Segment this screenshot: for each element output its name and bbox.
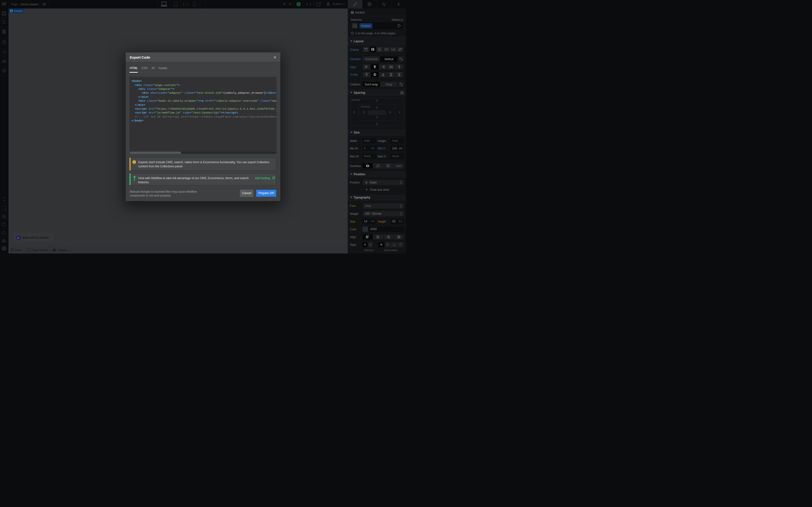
svg-text:T: T bbox=[393, 243, 395, 246]
svg-text:T: T bbox=[400, 243, 401, 246]
svg-text:A: A bbox=[393, 48, 394, 51]
